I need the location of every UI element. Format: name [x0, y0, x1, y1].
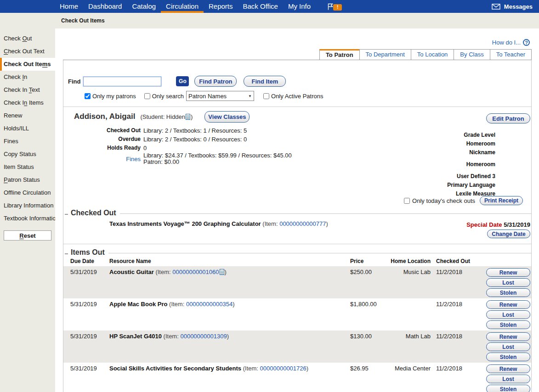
- change-date-button[interactable]: Change Date: [487, 230, 530, 238]
- nav-item-circulation[interactable]: Circulation: [161, 0, 204, 13]
- item-number-link[interactable]: 00000000000354: [186, 301, 233, 308]
- resource-name: Acoustic Guitar: [109, 269, 154, 275]
- search-type-value: Patron Names: [188, 93, 227, 100]
- patron-section: Addison, Abigail (Student: Hidden ) View…: [63, 111, 531, 206]
- breadcrumb-strip: Check Out Items: [55, 13, 539, 28]
- lost-button[interactable]: Lost: [486, 310, 530, 319]
- stolen-button[interactable]: Stolen: [486, 385, 530, 392]
- sidebar-item-check-in[interactable]: Check In: [0, 71, 55, 84]
- find-section: Find Go Find Patron Find Item Only my pa…: [63, 60, 531, 107]
- sidebar-item-copy-status[interactable]: Copy Status: [0, 148, 55, 161]
- items-out-section-title: Items Out: [71, 248, 105, 257]
- lost-button[interactable]: Lost: [486, 342, 530, 351]
- edit-patron-button[interactable]: Edit Patron: [486, 113, 530, 123]
- stolen-button[interactable]: Stolen: [486, 353, 530, 361]
- section-rule: [108, 253, 531, 253]
- messages-button[interactable]: Messages: [492, 0, 539, 13]
- row-actions: RenewLostStolen: [486, 268, 530, 297]
- sidebar-item-offline-circulation[interactable]: Offline Circulation: [0, 186, 55, 199]
- sidebar-item-item-status[interactable]: Item Status: [0, 161, 55, 174]
- only-search-checkbox[interactable]: [144, 93, 150, 99]
- reset-button[interactable]: Reset: [4, 230, 51, 241]
- checked-out-cell: 11/2/2018: [436, 333, 480, 340]
- tab-to-department[interactable]: To Department: [359, 49, 411, 60]
- patron-note-close: ): [191, 113, 193, 120]
- lost-button[interactable]: Lost: [486, 375, 530, 383]
- special-date-label: Special Date: [466, 221, 502, 228]
- renew-button[interactable]: Renew: [486, 268, 530, 277]
- content-panel: Find Go Find Patron Find Item Only my pa…: [63, 60, 532, 392]
- profile-label-grade-level: Grade Level: [447, 131, 495, 140]
- lost-button[interactable]: Lost: [486, 278, 530, 287]
- find-item-button[interactable]: Find Item: [244, 76, 286, 87]
- stat-value: Library: 2 / Textbooks: 1 / Resources: 5: [143, 126, 247, 135]
- renew-button[interactable]: Renew: [486, 364, 530, 373]
- resource-name: HP ScanJet G4010: [109, 333, 162, 340]
- view-classes-button[interactable]: View Classes: [204, 111, 250, 123]
- resource-name-cell: Apple Mac Book Pro (Item: 00000000000354…: [109, 301, 346, 308]
- item-number-link[interactable]: 00000000001309: [180, 333, 227, 340]
- only-active-patrons-checkbox[interactable]: [263, 93, 269, 99]
- stat-value: Library: 2 / Textbooks: 0 / Resources: 0: [143, 135, 247, 144]
- row-actions: RenewLostStolen: [486, 364, 530, 392]
- find-patron-button[interactable]: Find Patron: [194, 76, 237, 87]
- nav-item-home[interactable]: Home: [55, 0, 83, 13]
- items-out-table-row: 5/31/2019 Apple Mac Book Pro (Item: 0000…: [63, 298, 531, 330]
- checked-out-section-title: Checked Out: [71, 209, 116, 217]
- find-input[interactable]: [83, 77, 161, 86]
- column-header-checked-out: Checked Out: [436, 258, 480, 264]
- sidebar-item-check-in-items[interactable]: Check In Items: [0, 96, 55, 109]
- note-document-icon[interactable]: [186, 114, 190, 120]
- checked-out-cell: 11/2/2018: [436, 269, 480, 275]
- checked-out-item-row: Texas Instruments Voyage™ 200 Graphing C…: [63, 220, 531, 244]
- note-document-icon[interactable]: [220, 269, 224, 275]
- sidebar-item-check-out-items[interactable]: Check Out Items: [0, 58, 55, 71]
- sidebar-item-library-information[interactable]: Library Information: [0, 199, 55, 212]
- price-cell: $1,800.00: [350, 301, 394, 308]
- special-date: Special Date 5/31/2019: [466, 221, 530, 228]
- item-number-link[interactable]: 00000000001060: [172, 269, 219, 275]
- sidebar-item-check-out[interactable]: Check Out: [0, 32, 55, 45]
- profile-label-nickname: Nickname: [447, 148, 495, 157]
- patron-profile-labels: Grade LevelHomeroomNicknameHomeroomUser …: [447, 131, 495, 198]
- column-header-resource-name: Resource Name: [109, 258, 346, 264]
- tab-to-teacher[interactable]: To Teacher: [490, 49, 532, 60]
- sidebar-item-fines[interactable]: Fines: [0, 135, 55, 148]
- nav-item-my-info[interactable]: My Info: [283, 0, 316, 13]
- sidebar-item-check-out-text[interactable]: Check Out Text: [0, 45, 55, 58]
- sidebar-item-holds-ill[interactable]: Holds/ILL: [0, 122, 55, 135]
- nav-item-catalog[interactable]: Catalog: [127, 0, 161, 13]
- tab-to-location[interactable]: To Location: [411, 49, 454, 60]
- help-link[interactable]: How do I... ?: [492, 39, 530, 46]
- only-my-patrons-checkbox[interactable]: [85, 93, 91, 99]
- nav-item-reports[interactable]: Reports: [204, 0, 238, 13]
- go-button[interactable]: Go: [176, 76, 189, 86]
- renew-button[interactable]: Renew: [486, 332, 530, 341]
- stolen-button[interactable]: Stolen: [486, 320, 530, 329]
- renew-button[interactable]: Renew: [486, 300, 530, 309]
- fines-link[interactable]: Fines: [63, 155, 141, 163]
- tab-to-patron[interactable]: To Patron: [319, 49, 360, 60]
- breadcrumb: Check Out Items: [61, 17, 105, 24]
- only-today-checkbox[interactable]: [404, 198, 410, 204]
- profile-label-homeroom: Homeroom: [447, 160, 495, 169]
- checked-out-item-name: Texas Instruments Voyage™ 200 Graphing C…: [109, 220, 261, 227]
- find-label: Find: [68, 78, 80, 85]
- nav-item-back-office[interactable]: Back Office: [238, 0, 283, 13]
- flag-alert[interactable]: !: [327, 0, 342, 13]
- alert-badge: !: [333, 4, 342, 11]
- only-active-patrons-label: Only Active Patrons: [271, 93, 323, 100]
- search-type-select[interactable]: Patron Names ▼: [186, 91, 254, 101]
- sidebar-item-renew[interactable]: Renew: [0, 109, 55, 122]
- item-number-link[interactable]: 00000000000777: [279, 220, 326, 227]
- stolen-button[interactable]: Stolen: [486, 288, 530, 297]
- item-number-link[interactable]: 00000000001726: [260, 365, 306, 372]
- sidebar-item-textbook-information[interactable]: Textbook Information: [0, 212, 55, 225]
- item-label: (Item:: [262, 220, 278, 227]
- sidebar-item-check-in-text[interactable]: Check In Text: [0, 84, 55, 96]
- profile-label-lexile-measure: Lexile Measure: [447, 190, 495, 198]
- items-out-table-row: 5/31/2019 Acoustic Guitar (Item: 0000000…: [63, 266, 531, 298]
- nav-item-dashboard[interactable]: Dashboard: [83, 0, 127, 13]
- sidebar-item-patron-status[interactable]: Patron Status: [0, 174, 55, 186]
- tab-by-class[interactable]: By Class: [454, 49, 490, 60]
